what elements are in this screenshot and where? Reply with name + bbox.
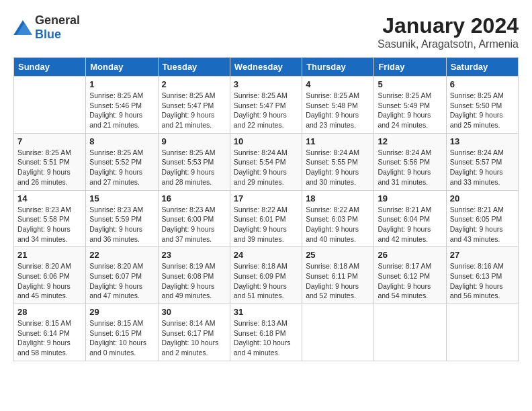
calendar-cell: 9 Sunrise: 8:25 AMSunset: 5:53 PMDayligh…	[158, 133, 230, 190]
day-header-monday: Monday	[86, 58, 158, 77]
day-number: 15	[89, 193, 154, 203]
calendar-week-4: 21 Sunrise: 8:20 AMSunset: 6:06 PMDaylig…	[14, 247, 519, 304]
day-number: 3	[234, 79, 298, 89]
cell-info: Sunrise: 8:25 AMSunset: 5:52 PMDaylight:…	[89, 148, 154, 187]
logo-icon	[13, 20, 32, 35]
calendar-cell: 1 Sunrise: 8:25 AMSunset: 5:46 PMDayligh…	[86, 77, 158, 134]
cell-info: Sunrise: 8:13 AMSunset: 6:18 PMDaylight:…	[234, 318, 298, 358]
cell-info: Sunrise: 8:25 AMSunset: 5:53 PMDaylight:…	[162, 148, 226, 187]
calendar-cell	[374, 304, 446, 361]
day-number: 2	[162, 79, 226, 89]
day-number: 9	[162, 136, 226, 146]
logo-text: General Blue	[35, 13, 80, 42]
cell-info: Sunrise: 8:24 AMSunset: 5:55 PMDaylight:…	[306, 148, 370, 187]
header: General Blue January 2024 Sasunik, Araga…	[13, 13, 519, 50]
location-title: Sasunik, Aragatsotn, Armenia	[378, 38, 519, 50]
day-header-tuesday: Tuesday	[158, 58, 230, 77]
calendar-cell: 27 Sunrise: 8:16 AMSunset: 6:13 PMDaylig…	[446, 247, 518, 304]
day-number: 26	[378, 250, 442, 260]
day-number: 4	[306, 79, 370, 89]
day-header-thursday: Thursday	[302, 58, 374, 77]
calendar-cell: 14 Sunrise: 8:23 AMSunset: 5:58 PMDaylig…	[14, 190, 86, 247]
calendar-cell: 30 Sunrise: 8:14 AMSunset: 6:17 PMDaylig…	[158, 304, 230, 361]
day-number: 7	[17, 136, 82, 146]
day-number: 25	[306, 250, 370, 260]
logo: General Blue	[13, 13, 80, 42]
calendar-week-1: 1 Sunrise: 8:25 AMSunset: 5:46 PMDayligh…	[14, 77, 519, 134]
day-number: 27	[450, 250, 515, 260]
calendar-cell: 19 Sunrise: 8:21 AMSunset: 6:04 PMDaylig…	[374, 190, 446, 247]
calendar-cell: 5 Sunrise: 8:25 AMSunset: 5:49 PMDayligh…	[374, 77, 446, 134]
calendar-cell: 23 Sunrise: 8:19 AMSunset: 6:08 PMDaylig…	[158, 247, 230, 304]
calendar-table: SundayMondayTuesdayWednesdayThursdayFrid…	[13, 57, 519, 361]
day-number: 14	[17, 193, 82, 203]
cell-info: Sunrise: 8:21 AMSunset: 6:05 PMDaylight:…	[450, 205, 515, 244]
cell-info: Sunrise: 8:22 AMSunset: 6:03 PMDaylight:…	[306, 205, 370, 244]
cell-info: Sunrise: 8:18 AMSunset: 6:09 PMDaylight:…	[234, 261, 298, 301]
calendar-cell: 16 Sunrise: 8:23 AMSunset: 6:00 PMDaylig…	[158, 190, 230, 247]
calendar-cell: 20 Sunrise: 8:21 AMSunset: 6:05 PMDaylig…	[446, 190, 518, 247]
day-number: 13	[450, 136, 515, 146]
calendar-cell: 31 Sunrise: 8:13 AMSunset: 6:18 PMDaylig…	[230, 304, 302, 361]
cell-info: Sunrise: 8:25 AMSunset: 5:46 PMDaylight:…	[89, 91, 154, 130]
calendar-week-2: 7 Sunrise: 8:25 AMSunset: 5:51 PMDayligh…	[14, 133, 519, 190]
calendar-cell: 8 Sunrise: 8:25 AMSunset: 5:52 PMDayligh…	[86, 133, 158, 190]
cell-info: Sunrise: 8:24 AMSunset: 5:54 PMDaylight:…	[234, 148, 298, 187]
day-number: 8	[89, 136, 154, 146]
day-number: 6	[450, 79, 515, 89]
cell-info: Sunrise: 8:18 AMSunset: 6:11 PMDaylight:…	[306, 261, 370, 301]
calendar-cell: 21 Sunrise: 8:20 AMSunset: 6:06 PMDaylig…	[14, 247, 86, 304]
day-number: 21	[17, 250, 82, 260]
calendar-cell: 28 Sunrise: 8:15 AMSunset: 6:14 PMDaylig…	[14, 304, 86, 361]
calendar-cell	[446, 304, 518, 361]
cell-info: Sunrise: 8:22 AMSunset: 6:01 PMDaylight:…	[234, 205, 298, 244]
cell-info: Sunrise: 8:19 AMSunset: 6:08 PMDaylight:…	[162, 261, 226, 301]
day-header-sunday: Sunday	[14, 58, 86, 77]
day-number: 17	[234, 193, 298, 203]
cell-info: Sunrise: 8:20 AMSunset: 6:07 PMDaylight:…	[89, 261, 154, 301]
day-header-saturday: Saturday	[446, 58, 518, 77]
month-title: January 2024	[378, 13, 519, 38]
cell-info: Sunrise: 8:25 AMSunset: 5:47 PMDaylight:…	[234, 91, 298, 130]
cell-info: Sunrise: 8:21 AMSunset: 6:04 PMDaylight:…	[378, 205, 442, 244]
day-number: 12	[378, 136, 442, 146]
calendar-cell: 11 Sunrise: 8:24 AMSunset: 5:55 PMDaylig…	[302, 133, 374, 190]
calendar-cell: 18 Sunrise: 8:22 AMSunset: 6:03 PMDaylig…	[302, 190, 374, 247]
calendar-cell: 15 Sunrise: 8:23 AMSunset: 5:59 PMDaylig…	[86, 190, 158, 247]
calendar-week-3: 14 Sunrise: 8:23 AMSunset: 5:58 PMDaylig…	[14, 190, 519, 247]
day-number: 5	[378, 79, 442, 89]
title-section: January 2024 Sasunik, Aragatsotn, Armeni…	[378, 13, 519, 50]
day-number: 16	[162, 193, 226, 203]
cell-info: Sunrise: 8:25 AMSunset: 5:47 PMDaylight:…	[162, 91, 226, 130]
header-row: SundayMondayTuesdayWednesdayThursdayFrid…	[14, 58, 519, 77]
day-number: 24	[234, 250, 298, 260]
calendar-cell: 2 Sunrise: 8:25 AMSunset: 5:47 PMDayligh…	[158, 77, 230, 134]
cell-info: Sunrise: 8:25 AMSunset: 5:48 PMDaylight:…	[306, 91, 370, 130]
day-number: 11	[306, 136, 370, 146]
cell-info: Sunrise: 8:16 AMSunset: 6:13 PMDaylight:…	[450, 261, 515, 301]
cell-info: Sunrise: 8:15 AMSunset: 6:14 PMDaylight:…	[17, 318, 82, 358]
cell-info: Sunrise: 8:17 AMSunset: 6:12 PMDaylight:…	[378, 261, 442, 301]
cell-info: Sunrise: 8:15 AMSunset: 6:15 PMDaylight:…	[89, 318, 154, 358]
calendar-cell	[14, 77, 86, 134]
day-number: 28	[17, 307, 82, 317]
calendar-week-5: 28 Sunrise: 8:15 AMSunset: 6:14 PMDaylig…	[14, 304, 519, 361]
cell-info: Sunrise: 8:20 AMSunset: 6:06 PMDaylight:…	[17, 261, 82, 301]
calendar-cell: 22 Sunrise: 8:20 AMSunset: 6:07 PMDaylig…	[86, 247, 158, 304]
cell-info: Sunrise: 8:23 AMSunset: 5:59 PMDaylight:…	[89, 205, 154, 244]
cell-info: Sunrise: 8:24 AMSunset: 5:57 PMDaylight:…	[450, 148, 515, 187]
calendar-cell: 12 Sunrise: 8:24 AMSunset: 5:56 PMDaylig…	[374, 133, 446, 190]
cell-info: Sunrise: 8:25 AMSunset: 5:50 PMDaylight:…	[450, 91, 515, 130]
cell-info: Sunrise: 8:23 AMSunset: 6:00 PMDaylight:…	[162, 205, 226, 244]
calendar-cell: 7 Sunrise: 8:25 AMSunset: 5:51 PMDayligh…	[14, 133, 86, 190]
calendar-cell: 24 Sunrise: 8:18 AMSunset: 6:09 PMDaylig…	[230, 247, 302, 304]
logo-general: General	[35, 13, 80, 27]
day-number: 23	[162, 250, 226, 260]
cell-info: Sunrise: 8:24 AMSunset: 5:56 PMDaylight:…	[378, 148, 442, 187]
calendar-cell: 29 Sunrise: 8:15 AMSunset: 6:15 PMDaylig…	[86, 304, 158, 361]
calendar-cell: 13 Sunrise: 8:24 AMSunset: 5:57 PMDaylig…	[446, 133, 518, 190]
day-number: 19	[378, 193, 442, 203]
day-number: 31	[234, 307, 298, 317]
calendar-cell: 6 Sunrise: 8:25 AMSunset: 5:50 PMDayligh…	[446, 77, 518, 134]
day-header-friday: Friday	[374, 58, 446, 77]
